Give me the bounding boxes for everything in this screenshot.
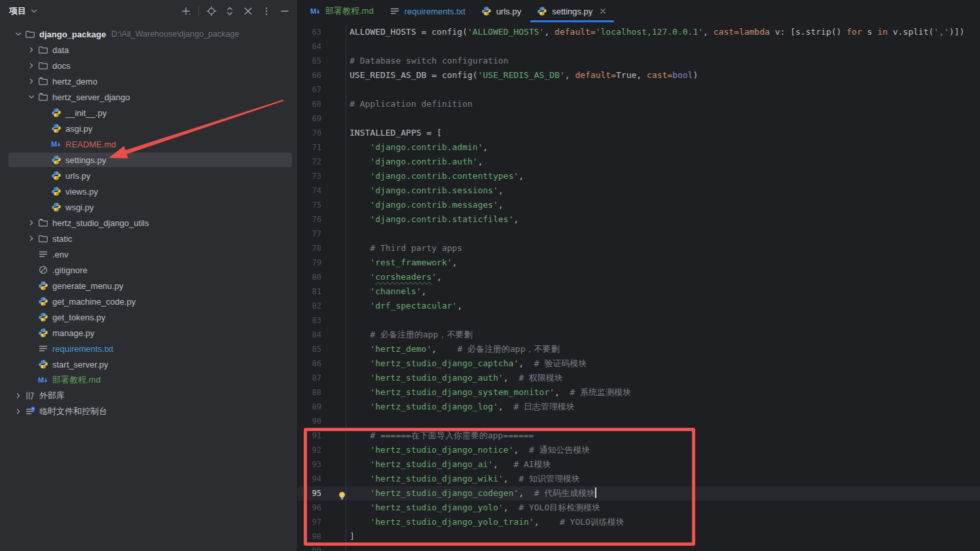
line-number[interactable]: 63: [298, 25, 346, 39]
code-line-89[interactable]: 89 'hertz_studio_django_log', # 日志管理模块: [298, 400, 980, 414]
tree-item-外部库[interactable]: 外部库: [0, 388, 297, 404]
line-number[interactable]: 72: [298, 155, 346, 169]
tree-item-hertz_demo[interactable]: hertz_demo: [0, 73, 297, 89]
line-number[interactable]: 74: [298, 183, 346, 198]
code-line-68[interactable]: 68# Application definition: [298, 97, 980, 111]
line-number[interactable]: 89: [298, 400, 346, 414]
code-line-87[interactable]: 87 'hertz_studio_django_auth', # 权限模块: [298, 371, 980, 385]
add-icon[interactable]: [180, 5, 192, 17]
code-line-75[interactable]: 75 'django.contrib.messages',: [298, 198, 980, 212]
code-line-97[interactable]: 97 'hertz_studio_django_yolo_train', # Y…: [298, 515, 980, 529]
tree-item-.env[interactable]: .env: [0, 246, 297, 262]
line-number[interactable]: 97: [298, 515, 346, 529]
line-number[interactable]: 85: [298, 342, 346, 356]
line-number[interactable]: 88: [298, 385, 346, 400]
code-line-88[interactable]: 88 'hertz_studio_django_system_monitor',…: [298, 385, 980, 400]
tree-item-django_package[interactable]: django_packageD:\All_Warehouse\django_pa…: [0, 26, 297, 42]
line-number[interactable]: 81: [298, 284, 346, 299]
line-number[interactable]: 99: [298, 544, 346, 551]
line-number[interactable]: 92: [298, 443, 346, 457]
code-line-93[interactable]: 93 'hertz_studio_django_ai', # AI模块: [298, 457, 980, 472]
code-line-74[interactable]: 74 'django.contrib.sessions',: [298, 183, 980, 198]
line-number[interactable]: 71: [298, 140, 346, 155]
tree-item-settings.py[interactable]: settings.py: [0, 152, 297, 168]
collapse-all-icon[interactable]: [242, 5, 254, 17]
tree-item-get_tokens.py[interactable]: get_tokens.py: [0, 309, 297, 325]
code-line-96[interactable]: 96 'hertz_studio_django_yolo', # YOLO目标检…: [298, 501, 980, 515]
code-line-91[interactable]: 91 # ======在下面导入你需要的app======: [298, 428, 980, 443]
code-line-81[interactable]: 81 'channels',: [298, 284, 980, 299]
code-line-85[interactable]: 85 'hertz_demo', # 必备注册的app，不要删: [298, 342, 980, 356]
code-line-73[interactable]: 73 'django.contrib.contenttypes',: [298, 169, 980, 183]
line-number[interactable]: 75: [298, 198, 346, 212]
tree-item-data[interactable]: data: [0, 42, 297, 58]
line-number[interactable]: 77: [298, 227, 346, 241]
locate-file-icon[interactable]: [206, 5, 217, 17]
tree-item-docs[interactable]: docs: [0, 58, 297, 73]
code-line-69[interactable]: 69: [298, 111, 980, 126]
line-number[interactable]: 64: [298, 39, 346, 54]
code-line-92[interactable]: 92 'hertz_studio_django_notice', # 通知公告模…: [298, 443, 980, 457]
code-line-63[interactable]: 63ALLOWED_HOSTS = config('ALLOWED_HOSTS'…: [298, 25, 980, 39]
line-number[interactable]: 83: [298, 313, 346, 328]
line-number[interactable]: 90: [298, 414, 346, 428]
tree-item-wsgi.py[interactable]: wsgi.py: [0, 199, 297, 215]
code-line-83[interactable]: 83: [298, 313, 980, 328]
tree-item-start_server.py[interactable]: start_server.py: [0, 356, 297, 372]
line-number[interactable]: 96: [298, 501, 346, 515]
tree-item-get_machine_code.py[interactable]: get_machine_code.py: [0, 294, 297, 309]
code-line-70[interactable]: 70INSTALLED_APPS = [: [298, 126, 980, 140]
tree-item-hertz_studio_django_utils[interactable]: hertz_studio_django_utils: [0, 215, 297, 231]
code-line-71[interactable]: 71 'django.contrib.admin',: [298, 140, 980, 155]
line-number[interactable]: 91: [298, 428, 346, 443]
line-number[interactable]: 86: [298, 356, 346, 371]
close-tab-icon[interactable]: [598, 7, 608, 16]
tree-item-urls.py[interactable]: urls.py: [0, 168, 297, 183]
code-line-94[interactable]: 94 'hertz_studio_django_wiki', # 知识管理模块: [298, 472, 980, 486]
line-number[interactable]: 82: [298, 299, 346, 313]
line-number[interactable]: 76: [298, 212, 346, 227]
tab-requirements.txt[interactable]: requirements.txt: [382, 0, 473, 22]
code-line-84[interactable]: 84 # 必备注册的app，不要删: [298, 328, 980, 342]
line-number[interactable]: 98: [298, 529, 346, 544]
line-number[interactable]: 65: [298, 54, 346, 68]
code-line-78[interactable]: 78 # Third party apps: [298, 241, 980, 256]
code-line-66[interactable]: 66USE_REDIS_AS_DB = config('USE_REDIS_AS…: [298, 68, 980, 83]
line-number[interactable]: 84: [298, 328, 346, 342]
tree-item-views.py[interactable]: views.py: [0, 183, 297, 199]
expand-all-icon[interactable]: [224, 5, 236, 17]
code-line-76[interactable]: 76 'django.contrib.staticfiles',: [298, 212, 980, 227]
code-line-95[interactable]: 95 'hertz_studio_django_codegen', # 代码生成…: [298, 486, 980, 501]
tree-item-generate_menu.py[interactable]: generate_menu.py: [0, 278, 297, 294]
hide-panel-icon[interactable]: [279, 5, 291, 17]
code-line-67[interactable]: 67: [298, 83, 980, 97]
project-panel-title[interactable]: 项目: [9, 5, 26, 17]
tree-item-部署教程.md[interactable]: 部署教程.md: [0, 372, 297, 388]
code-line-65[interactable]: 65# Database switch configuration: [298, 54, 980, 68]
line-number[interactable]: 68: [298, 97, 346, 111]
line-number[interactable]: 69: [298, 111, 346, 126]
line-number[interactable]: 79: [298, 256, 346, 270]
line-number[interactable]: 73: [298, 169, 346, 183]
tree-item-asgi.py[interactable]: asgi.py: [0, 121, 297, 136]
code-editor[interactable]: 63ALLOWED_HOSTS = config('ALLOWED_HOSTS'…: [298, 22, 980, 551]
tab-settings.py[interactable]: settings.py: [529, 0, 615, 22]
tree-item-manage.py[interactable]: manage.py: [0, 325, 297, 341]
tree-item-临时文件和控制台[interactable]: 临时文件和控制台: [0, 404, 297, 419]
line-number[interactable]: 78: [298, 241, 346, 256]
more-options-icon[interactable]: [261, 5, 272, 17]
tree-item-.gitignore[interactable]: .gitignore: [0, 262, 297, 278]
code-line-77[interactable]: 77: [298, 227, 980, 241]
line-number[interactable]: 94: [298, 472, 346, 486]
tree-item-__init__.py[interactable]: __init__.py: [0, 105, 297, 121]
line-number[interactable]: 80: [298, 270, 346, 284]
code-line-98[interactable]: 98]: [298, 529, 980, 544]
code-line-72[interactable]: 72 'django.contrib.auth',: [298, 155, 980, 169]
code-line-90[interactable]: 90: [298, 414, 980, 428]
code-line-64[interactable]: 64: [298, 39, 980, 54]
line-number[interactable]: 67: [298, 83, 346, 97]
tree-item-README.md[interactable]: README.md: [0, 136, 297, 152]
tree-item-requirements.txt[interactable]: requirements.txt: [0, 341, 297, 356]
tab-部署教程.md[interactable]: 部署教程.md: [302, 0, 382, 22]
code-line-80[interactable]: 80 'corsheaders',: [298, 270, 980, 284]
